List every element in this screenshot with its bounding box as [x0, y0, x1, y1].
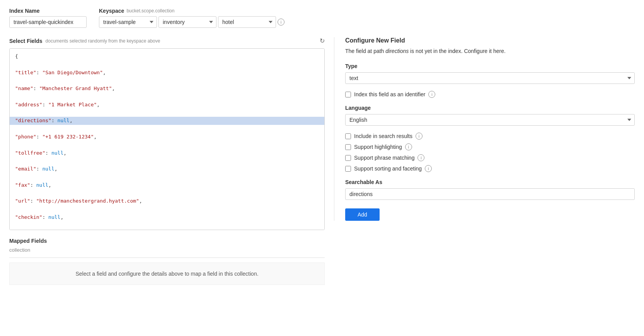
support-highlighting-row: Support highlighting i — [345, 143, 635, 150]
keyspace-group: Keyspace bucket.scope.collection travel-… — [99, 8, 285, 28]
support-highlighting-checkbox[interactable] — [345, 144, 351, 150]
identifier-label: Index this field as an identifier — [354, 91, 425, 97]
add-button[interactable]: Add — [345, 208, 380, 221]
collection-label: collection — [9, 247, 325, 253]
select-fields-title: Select Fields documents selected randoml… — [9, 38, 160, 44]
select-fields-header: Select Fields documents selected randoml… — [9, 37, 325, 44]
support-sorting-info-icon[interactable]: i — [425, 165, 432, 172]
support-highlighting-info-icon[interactable]: i — [405, 143, 412, 150]
language-label: Language — [345, 105, 635, 111]
index-name-label: Index Name — [9, 8, 87, 14]
main-layout: Select Fields documents selected randoml… — [9, 37, 635, 285]
keyspace-collection-select[interactable]: hotel — [218, 16, 276, 28]
searchable-as-label: Searchable As — [345, 179, 635, 185]
keyspace-label: Keyspace bucket.scope.collection — [99, 8, 285, 14]
mapped-fields-divider — [9, 258, 325, 258]
index-name-input[interactable] — [9, 16, 87, 28]
identifier-checkbox[interactable] — [345, 92, 351, 97]
type-select[interactable]: text — [345, 72, 635, 84]
language-select[interactable]: English — [345, 114, 635, 126]
keyspace-scope-select[interactable]: inventory — [158, 16, 216, 28]
support-phrase-info-icon[interactable]: i — [417, 154, 424, 161]
keyspace-info-icon[interactable]: i — [278, 19, 285, 26]
keyspace-selects: travel-sample inventory hotel i — [99, 16, 285, 28]
include-search-info-icon[interactable]: i — [416, 133, 423, 140]
type-section: Type text — [345, 63, 635, 84]
mapped-fields-section: Mapped Fields collection Select a field … — [9, 238, 325, 285]
configure-desc: The field at path directions is not yet … — [345, 47, 635, 55]
language-section: Language English — [345, 105, 635, 126]
identifier-info-icon[interactable]: i — [428, 91, 435, 98]
include-search-row: Include in search results i — [345, 133, 635, 140]
identifier-group: Index this field as an identifier i — [345, 91, 635, 98]
index-name-group: Index Name — [9, 8, 87, 28]
left-panel: Select Fields documents selected randoml… — [9, 37, 334, 285]
right-panel: Configure New Field The field at path di… — [334, 37, 635, 221]
support-sorting-checkbox[interactable] — [345, 166, 351, 172]
support-highlighting-label: Support highlighting — [354, 144, 402, 150]
identifier-checkbox-row: Index this field as an identifier i — [345, 91, 635, 98]
configure-title: Configure New Field — [345, 37, 635, 44]
refresh-icon[interactable]: ↻ — [320, 37, 325, 44]
searchable-as-section: Searchable As — [345, 179, 635, 200]
support-sorting-label: Support sorting and faceting — [354, 165, 422, 172]
json-viewer[interactable]: { "title": "San Diego/Downtown", "name":… — [9, 48, 325, 230]
options-checkboxes: Include in search results i Support high… — [345, 133, 635, 172]
type-label: Type — [345, 63, 635, 69]
support-phrase-row: Support phrase matching i — [345, 154, 635, 161]
support-phrase-label: Support phrase matching — [354, 155, 414, 161]
support-sorting-row: Support sorting and faceting i — [345, 165, 635, 172]
support-phrase-checkbox[interactable] — [345, 155, 351, 161]
include-search-checkbox[interactable] — [345, 133, 351, 139]
mapped-fields-empty: Select a field and configure the details… — [9, 263, 325, 285]
keyspace-bucket-select[interactable]: travel-sample — [99, 16, 157, 28]
include-search-label: Include in search results — [354, 133, 412, 139]
mapped-fields-title: Mapped Fields — [9, 238, 325, 244]
searchable-as-input[interactable] — [345, 188, 635, 200]
